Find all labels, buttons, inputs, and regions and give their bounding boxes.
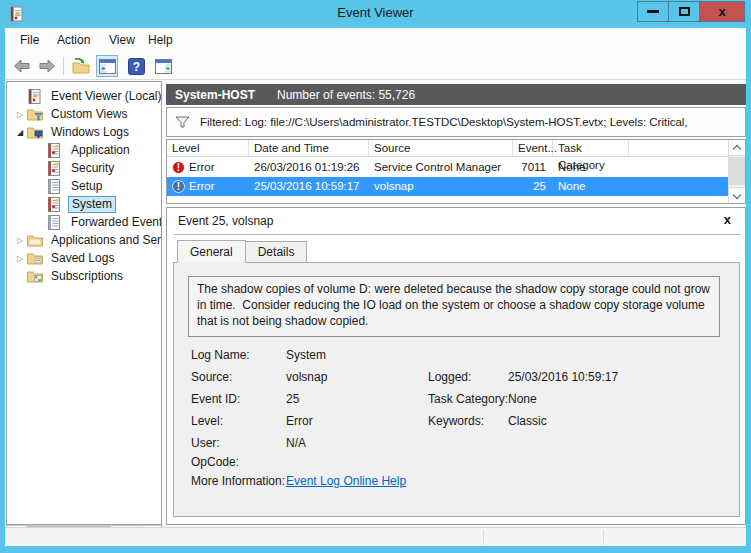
level-cell: ! Error: [167, 177, 249, 196]
event-list-vertical-scrollbar[interactable]: [728, 140, 745, 203]
event-description[interactable]: The shadow copies of volume D: were dele…: [188, 276, 720, 337]
console-tree-panel: Event Viewer (Local) ▷ Custom Views ◢ Wi…: [6, 81, 162, 525]
tree-item-application[interactable]: Application: [7, 141, 162, 159]
help-button[interactable]: ?: [125, 55, 147, 77]
scroll-up-button[interactable]: [729, 140, 745, 156]
general-tab-content: The shadow copies of volume D: were dele…: [173, 262, 740, 517]
tree-item-label: Subscriptions: [48, 269, 126, 284]
tree-item-windows-logs[interactable]: ◢ Windows Logs: [7, 123, 162, 141]
tree-item-saved-logs[interactable]: ▷ Saved Logs: [7, 249, 162, 267]
event-log-online-help-link[interactable]: Event Log Online Help: [286, 474, 406, 488]
error-icon: !: [172, 180, 185, 193]
event-id-value: 25: [286, 392, 299, 406]
minimize-button[interactable]: [637, 1, 669, 22]
column-header-level[interactable]: Level: [167, 140, 249, 157]
event-count: Number of events: 55,726: [277, 88, 415, 102]
minimize-icon: [647, 10, 659, 13]
tree-item-custom-views[interactable]: ▷ Custom Views: [7, 105, 162, 123]
filter-funnel-icon: [175, 116, 190, 129]
scroll-down-button[interactable]: [729, 187, 745, 203]
level-cell: ! Error: [167, 158, 249, 177]
event-details-pane: Event 25, volsnap x General Details The …: [166, 207, 746, 525]
forward-arrow-icon: [38, 58, 56, 74]
log-icon: [47, 143, 64, 158]
tree-item-label: Custom Views: [48, 107, 130, 122]
folder-icon: [27, 251, 44, 266]
expander-collapsed-icon[interactable]: ▷: [13, 254, 27, 263]
details-close-icon[interactable]: x: [724, 212, 731, 227]
task-category-label: Task Category:: [428, 392, 508, 406]
menu-view[interactable]: View: [109, 33, 135, 47]
log-name-label: Log Name:: [191, 348, 250, 362]
task-category-cell: None: [553, 177, 629, 196]
event-list: Level Date and Time Source Event... Task…: [166, 139, 746, 204]
column-header-task-category[interactable]: Task Category: [553, 140, 629, 157]
error-icon: !: [172, 161, 185, 174]
status-bar-divider: [483, 530, 484, 545]
logged-value: 25/03/2016 10:59:17: [508, 370, 618, 384]
forward-button[interactable]: [36, 55, 58, 77]
event-row-25-selected[interactable]: ! Error 25/03/2016 10:59:17 volsnap 25 N…: [167, 177, 729, 196]
custom-views-folder-icon: [27, 107, 44, 122]
log-plain-icon: [47, 215, 64, 230]
event-id-cell: 7011: [513, 158, 553, 177]
show-console-tree-button[interactable]: [96, 55, 118, 77]
column-header-source[interactable]: Source: [369, 140, 513, 157]
tree-item-label: System: [68, 196, 116, 213]
tab-details[interactable]: Details: [245, 241, 308, 263]
event-viewer-window: Event Viewer x File Action View Help: [0, 0, 751, 553]
status-bar: [5, 527, 746, 546]
level-value: Error: [286, 414, 313, 428]
level-text: Error: [189, 158, 215, 177]
tree-item-security[interactable]: Security: [7, 159, 162, 177]
windows-logs-folder-icon: [27, 125, 44, 140]
user-value: N/A: [286, 436, 306, 450]
tree-item-system[interactable]: System: [7, 195, 162, 213]
console-tree-icon: [99, 59, 116, 74]
close-button[interactable]: x: [699, 1, 745, 22]
expander-expanded-icon[interactable]: ◢: [13, 128, 27, 137]
task-category-value: None: [508, 392, 537, 406]
field-row: Log Name: System: [174, 348, 741, 370]
menu-action[interactable]: Action: [57, 33, 90, 47]
date-cell: 26/03/2016 01:19:26: [249, 158, 369, 177]
menu-bar: File Action View Help: [5, 30, 746, 51]
svg-text:?: ?: [132, 60, 139, 74]
tab-general[interactable]: General: [177, 240, 246, 263]
column-header-date-time[interactable]: Date and Time: [249, 140, 369, 157]
scrollbar-thumb[interactable]: [729, 157, 745, 185]
title-bar: Event Viewer x: [0, 0, 751, 28]
keywords-label: Keywords:: [428, 414, 484, 428]
open-saved-log-button[interactable]: [70, 55, 92, 77]
status-bar-divider: [603, 530, 604, 545]
tree-item-label: Application: [68, 143, 133, 158]
tree-item-label: Security: [68, 161, 117, 176]
expander-collapsed-icon[interactable]: ▷: [13, 236, 27, 245]
tree-item-forwarded-events[interactable]: Forwarded Events: [7, 213, 162, 231]
filter-text: Filtered: Log: file://C:\Users\administr…: [200, 116, 688, 128]
menu-help[interactable]: Help: [148, 33, 173, 47]
expander-collapsed-icon[interactable]: ▷: [13, 110, 27, 119]
tree-item-event-viewer-local[interactable]: Event Viewer (Local): [7, 87, 162, 105]
toolbar: ?: [5, 52, 746, 80]
menu-file[interactable]: File: [20, 33, 39, 47]
tree-item-applications-services-logs[interactable]: ▷ Applications and Services Logs: [7, 231, 162, 249]
back-button[interactable]: [11, 55, 33, 77]
tree-item-setup[interactable]: Setup: [7, 177, 162, 195]
tree-item-label: Setup: [68, 179, 105, 194]
log-icon: [47, 161, 64, 176]
tree-item-label: Saved Logs: [48, 251, 117, 266]
show-action-pane-button[interactable]: [152, 55, 174, 77]
log-name-value: System: [286, 348, 326, 362]
filter-notification-bar: Filtered: Log: file://C:\Users\administr…: [166, 107, 746, 137]
subscriptions-folder-icon: [27, 269, 44, 284]
level-text: Error: [189, 177, 215, 196]
tree-item-subscriptions[interactable]: Subscriptions: [7, 267, 162, 285]
action-pane-icon: [155, 59, 172, 74]
maximize-button[interactable]: [668, 1, 700, 22]
log-title: System-HOST: [175, 88, 255, 102]
tree-item-label: Windows Logs: [48, 125, 132, 140]
column-header-event-id[interactable]: Event...: [513, 140, 553, 157]
event-row-7011[interactable]: ! Error 26/03/2016 01:19:26 Service Cont…: [167, 158, 729, 177]
task-category-cell: None: [553, 158, 629, 177]
